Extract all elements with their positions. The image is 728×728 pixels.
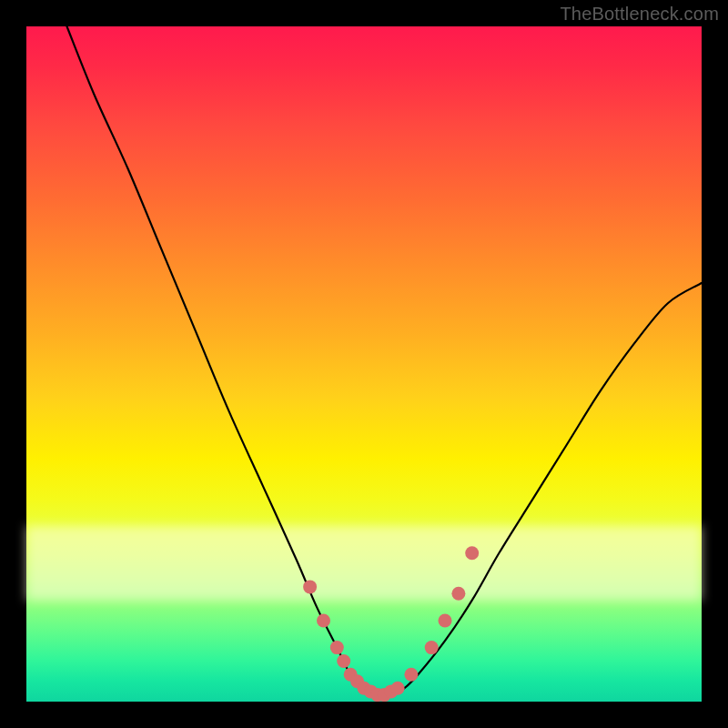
highlight-dot xyxy=(344,668,358,682)
highlight-dot xyxy=(303,580,317,593)
highlight-dot xyxy=(425,641,439,654)
highlight-dots xyxy=(26,26,702,702)
highlight-dot xyxy=(370,688,384,702)
highlight-dot xyxy=(451,587,465,601)
plot-area xyxy=(26,26,702,702)
watermark-text: TheBottleneck.com xyxy=(560,4,719,25)
chart-frame: TheBottleneck.com xyxy=(0,0,728,728)
highlight-dot xyxy=(384,684,398,698)
highlight-dot xyxy=(439,614,452,628)
highlight-dot xyxy=(364,684,378,698)
pale-band xyxy=(26,526,702,601)
highlight-dot xyxy=(350,674,364,688)
highlight-dot xyxy=(391,682,405,695)
highlight-dot xyxy=(330,641,344,654)
highlight-dot xyxy=(317,614,330,628)
highlight-dot xyxy=(465,546,479,560)
highlight-dot xyxy=(337,654,350,668)
highlight-dot xyxy=(358,682,371,695)
highlight-dot xyxy=(378,688,391,702)
highlight-dot xyxy=(404,668,418,682)
bottleneck-curve xyxy=(26,26,702,702)
